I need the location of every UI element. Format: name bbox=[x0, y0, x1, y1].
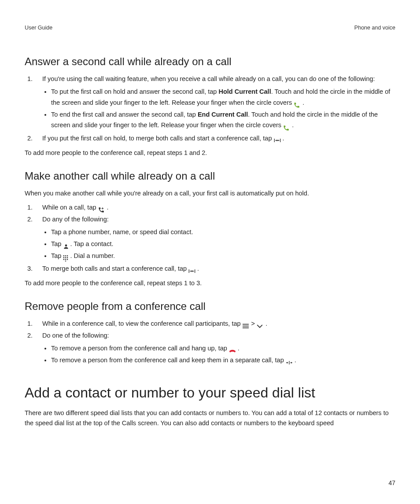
text: To put the first call on hold and answer… bbox=[51, 88, 218, 95]
list-item: If you're using the call waiting feature… bbox=[34, 74, 395, 131]
heading-remove-people: Remove people from a conference call bbox=[25, 300, 395, 313]
svg-rect-10 bbox=[65, 261, 66, 261]
text: To end the first call and answer the sec… bbox=[51, 111, 198, 118]
header-right: Phone and voice bbox=[354, 25, 395, 31]
text: Tap bbox=[51, 252, 63, 259]
svg-rect-8 bbox=[65, 259, 66, 260]
list-item: To remove a person from the conference c… bbox=[51, 343, 395, 354]
heading-make-another-call: Make another call while already on a cal… bbox=[25, 170, 395, 182]
chevron-separator: > bbox=[251, 320, 257, 327]
chevron-down-icon bbox=[257, 320, 264, 327]
bold-label: Hold Current Call bbox=[218, 88, 271, 95]
period: . bbox=[281, 135, 284, 142]
merge-calls-icon bbox=[274, 135, 281, 141]
text: To remove a person from the conference c… bbox=[51, 357, 286, 364]
list-item: To end the first call and answer the sec… bbox=[51, 109, 395, 131]
step-text: Do one of the following: bbox=[42, 332, 109, 339]
step-text: If you're using the call waiting feature… bbox=[42, 75, 375, 82]
steps-remove-people: While in a conference call, to view the … bbox=[25, 319, 395, 365]
svg-rect-6 bbox=[67, 257, 68, 258]
page-header: User Guide Phone and voice bbox=[25, 25, 395, 31]
text: . Tap a contact. bbox=[70, 240, 113, 247]
sub-bullets: Tap a phone number, name, or speed dial … bbox=[42, 227, 395, 261]
dialpad-icon bbox=[63, 253, 70, 259]
svg-rect-13 bbox=[243, 327, 249, 328]
steps-answer-second-call: If you're using the call waiting feature… bbox=[25, 74, 395, 143]
svg-rect-4 bbox=[63, 257, 64, 258]
split-call-icon bbox=[286, 357, 293, 363]
list-item: To put the first call on hold and answer… bbox=[51, 86, 395, 108]
period: . bbox=[293, 357, 296, 364]
intro-text: When you make another call while you're … bbox=[25, 188, 395, 198]
step-text: To merge both calls and start a conferen… bbox=[42, 265, 188, 272]
heading-answer-second-call: Answer a second call while already on a … bbox=[25, 55, 395, 68]
heading-speed-dial: Add a contact or number to your speed di… bbox=[25, 385, 395, 401]
list-item: Tap . Tap a contact. bbox=[51, 239, 395, 250]
period: . bbox=[195, 265, 199, 272]
list-item: Do one of the following: To remove a per… bbox=[34, 331, 395, 366]
period: . bbox=[264, 320, 267, 327]
steps-make-another-call: While on a call, tap . Do any of the fol… bbox=[25, 202, 395, 273]
list-item: While in a conference call, to view the … bbox=[34, 319, 395, 328]
contact-icon bbox=[63, 241, 70, 247]
svg-rect-5 bbox=[65, 257, 66, 258]
sub-bullets: To remove a person from the conference c… bbox=[42, 343, 395, 365]
list-item: If you put the first call on hold, to me… bbox=[34, 133, 395, 143]
list-item: To merge both calls and start a conferen… bbox=[34, 264, 395, 273]
period: . bbox=[301, 99, 304, 106]
page-number: 47 bbox=[388, 479, 395, 486]
body-text: There are two different speed dial lists… bbox=[25, 408, 395, 428]
header-left: User Guide bbox=[25, 25, 52, 31]
text: Tap bbox=[51, 240, 63, 247]
note-text: To add more people to the conference cal… bbox=[25, 148, 395, 158]
merge-calls-icon bbox=[188, 265, 195, 272]
svg-rect-3 bbox=[67, 255, 68, 256]
hangup-icon bbox=[229, 345, 236, 351]
sub-bullets: To put the first call on hold and answer… bbox=[42, 86, 395, 131]
menu-icon bbox=[243, 320, 250, 327]
note-text: To add more people to the conference cal… bbox=[25, 278, 395, 288]
list-item: While on a call, tap . bbox=[34, 202, 395, 212]
step-text: If you put the first call on hold, to me… bbox=[42, 135, 274, 142]
period: . bbox=[290, 121, 294, 129]
step-text: Do any of the following: bbox=[42, 216, 109, 223]
period: . bbox=[236, 345, 239, 352]
step-text: While on a call, tap bbox=[42, 204, 98, 211]
bold-label: End Current Call bbox=[198, 111, 248, 118]
step-text: While in a conference call, to view the … bbox=[42, 320, 243, 327]
list-item: Do any of the following: Tap a phone num… bbox=[34, 214, 395, 261]
svg-rect-2 bbox=[65, 255, 66, 256]
period: . bbox=[105, 204, 109, 211]
svg-rect-12 bbox=[243, 325, 249, 326]
svg-rect-9 bbox=[67, 259, 68, 260]
svg-point-0 bbox=[65, 245, 67, 247]
text: To remove a person from the conference c… bbox=[51, 345, 229, 352]
svg-rect-1 bbox=[63, 255, 64, 256]
page: User Guide Phone and voice Answer a seco… bbox=[0, 0, 420, 504]
svg-rect-11 bbox=[243, 324, 249, 324]
phone-answer-icon bbox=[294, 99, 301, 106]
add-call-icon bbox=[98, 205, 105, 211]
list-item: Tap . Dial a number. bbox=[51, 250, 395, 261]
text: . Dial a number. bbox=[70, 252, 115, 259]
svg-rect-7 bbox=[63, 259, 64, 260]
list-item: To remove a person from the conference c… bbox=[51, 355, 395, 366]
list-item: Tap a phone number, name, or speed dial … bbox=[51, 227, 395, 238]
phone-answer-icon bbox=[283, 122, 290, 129]
